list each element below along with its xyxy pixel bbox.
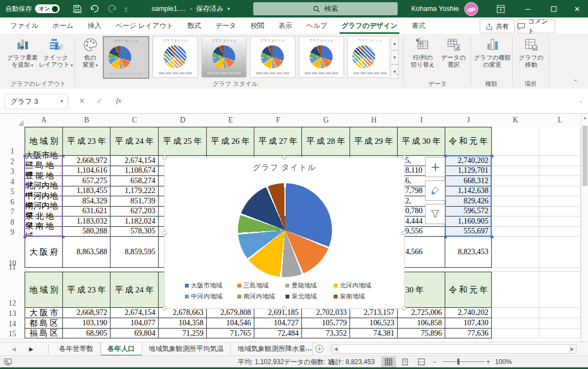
cell-value[interactable]: 104,546 (207, 318, 254, 329)
cell-header-row1[interactable]: 令 和 元 年 (445, 127, 492, 156)
close-button[interactable]: ✕ (566, 0, 588, 17)
chart-resize-handle[interactable] (282, 306, 287, 311)
legend-item[interactable]: 三島地域 (237, 282, 286, 290)
chart-resize-handle[interactable] (282, 155, 287, 160)
cell-value[interactable]: 103,190 (63, 318, 110, 329)
cell-value[interactable]: 2,668,972 (63, 308, 110, 318)
cell-value[interactable]: 1,104,616 (63, 166, 110, 177)
insert-function-icon[interactable]: fx (112, 95, 125, 107)
select-all-corner[interactable] (0, 114, 25, 127)
vertical-scrollbar[interactable]: ▲ (581, 114, 588, 342)
new-sheet-button[interactable] (315, 344, 324, 353)
gallery-up-icon[interactable]: ▲ (391, 36, 399, 50)
cell-header-row1[interactable]: 平 成 28 年 (302, 127, 350, 156)
zoom-out-button[interactable]: − (433, 356, 436, 368)
chart-resize-handle[interactable] (402, 155, 406, 160)
column-header-H[interactable]: H (350, 114, 398, 127)
tab-file[interactable]: ファイル (3, 17, 45, 34)
cell-value[interactable]: 2,691,185 (254, 308, 302, 318)
chart-style-thumbnail-2[interactable]: グラフ タイトル (153, 36, 198, 78)
undo-button[interactable] (90, 4, 100, 13)
cell-header-row1[interactable]: 平 成 27 年 (254, 127, 302, 156)
cell-empty[interactable] (539, 196, 581, 207)
page-break-view-button[interactable] (414, 356, 429, 367)
chart-styles-button[interactable] (425, 180, 445, 201)
cell-empty[interactable] (539, 166, 581, 177)
gallery-more-icon[interactable]: ▼̲ (391, 65, 399, 79)
share-button[interactable]: 共有 (480, 19, 515, 33)
tab-2[interactable]: 挿入 (80, 17, 108, 34)
gallery-down-icon[interactable]: ▼ (391, 50, 399, 65)
autosave-toggle[interactable]: オン (35, 4, 60, 13)
row-header-6[interactable]: 6 (0, 196, 25, 208)
scroll-right-icon[interactable]: ▶ (568, 345, 576, 353)
avatar[interactable] (464, 2, 478, 16)
cell-value[interactable]: 68,905 (63, 329, 110, 338)
cell-value[interactable]: 631,621 (63, 207, 110, 217)
legend-item[interactable]: 泉北地域 (286, 292, 334, 301)
expand-formula-bar-icon[interactable]: ⌄ (579, 98, 583, 103)
cell-value[interactable]: 1,183,032 (63, 216, 110, 227)
cell-empty[interactable] (539, 237, 581, 268)
switch-row-column-button[interactable]: 行/列の切り替え (406, 36, 439, 69)
chart-resize-handle[interactable] (162, 155, 167, 160)
cell-empty[interactable] (539, 156, 581, 166)
cell-value[interactable]: 104,727 (254, 318, 302, 329)
cell-empty[interactable] (539, 268, 581, 272)
cell-region-total[interactable]: 大 阪 府 (25, 237, 63, 268)
cell-value[interactable]: 1,179,222 (110, 186, 159, 197)
zoom-in-button[interactable]: + (486, 356, 490, 368)
maximize-button[interactable] (543, 0, 564, 17)
zoom-slider-knob[interactable] (457, 359, 459, 365)
legend-item[interactable]: 北河内地域 (334, 282, 384, 290)
cell-empty[interactable] (539, 272, 581, 308)
cell-empty[interactable] (492, 196, 539, 207)
cell-empty[interactable] (492, 272, 539, 308)
cell-value[interactable]: 2,713,157 (350, 308, 398, 318)
sheet-tab-3[interactable]: 地域気象観測所平均気温 (142, 342, 231, 356)
chart-elements-button[interactable] (425, 157, 445, 177)
cell-empty[interactable] (492, 237, 539, 268)
cell-value[interactable]: 106,523 (350, 318, 398, 329)
add-chart-element-button[interactable]: グラフ要素を追加▾ (4, 36, 40, 70)
cell-value[interactable]: 627,203 (110, 207, 159, 217)
cell-value[interactable]: 2,674,154 (110, 308, 159, 318)
cell-value[interactable]: 1,183,455 (63, 186, 110, 197)
cell-header-row1[interactable]: 平 成 23 年 (63, 127, 110, 156)
sheet-tab-2[interactable]: 各年人口 (101, 342, 142, 356)
cell-empty[interactable] (539, 216, 581, 227)
tab-10[interactable]: 書式 (405, 17, 433, 34)
sheet-prev-icon[interactable]: ◀ (8, 342, 20, 356)
cell-header-row12[interactable]: 平 成 23 年 (63, 272, 110, 308)
cell-value[interactable]: 657,275 (63, 176, 110, 186)
cell-value[interactable]: 74,381 (350, 329, 398, 338)
cell-empty[interactable] (492, 216, 539, 227)
column-header-B[interactable]: B (63, 114, 111, 127)
column-header-F[interactable]: F (254, 114, 302, 127)
name-box[interactable]: グラフ 3 ▼ (4, 93, 68, 109)
cell-value-selected[interactable]: 555,697 (445, 227, 492, 237)
row-header-3[interactable]: 3 (0, 166, 25, 178)
status-sum[interactable]: 合計: 8,823,453 (329, 356, 375, 368)
save-icon[interactable] (73, 4, 82, 14)
cell-empty[interactable] (539, 127, 581, 156)
cell-header-row12[interactable]: 地 域 別 (25, 272, 63, 308)
normal-view-button[interactable] (381, 356, 396, 367)
chart-resize-handle[interactable] (162, 306, 167, 311)
cell-value[interactable]: 107,430 (445, 318, 492, 329)
cell-header-row1[interactable]: 平 成 30 年 (398, 127, 445, 156)
tab-6[interactable]: 校閲 (243, 17, 271, 34)
collapse-ribbon-icon[interactable]: ⌃ (573, 79, 578, 85)
legend-item[interactable]: 泉南地域 (334, 292, 384, 301)
cell-value[interactable]: 104,077 (110, 318, 159, 329)
cell-value[interactable]: 2,668,972 (63, 156, 110, 166)
row-header-9[interactable]: 9 (0, 227, 25, 238)
cell-empty[interactable] (539, 308, 581, 318)
cell-value[interactable]: 658,274 (110, 176, 159, 186)
chart-resize-handle[interactable] (402, 231, 406, 235)
cell-header-row1[interactable]: 平 成 29 年 (350, 127, 398, 156)
column-header-J[interactable]: J (445, 114, 492, 127)
cell-value-clipped[interactable]: 4,566 (398, 237, 445, 268)
cell-value-selected[interactable]: 668,312 (445, 176, 492, 186)
cell-value[interactable]: 71,259 (159, 329, 207, 338)
